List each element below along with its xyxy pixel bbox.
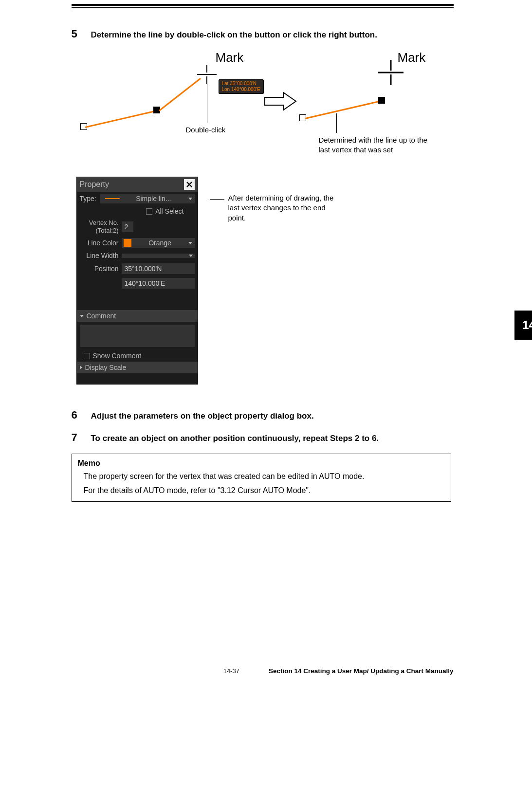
annotation-leader-line — [210, 199, 224, 200]
coord-lat: Lat 35°00.000'N — [222, 81, 260, 87]
step-number: 7 — [72, 431, 82, 444]
display-scale-label: Display Scale — [85, 364, 127, 371]
line-style-swatch — [105, 198, 120, 199]
line-color-row: Line Color Orange — [77, 236, 198, 250]
position-row-lon: 140°10.000'E — [77, 276, 198, 291]
memo-line-2: For the details of AUTO mode, refer to "… — [84, 485, 445, 496]
line-width-label: Line Width — [80, 252, 122, 259]
type-row: Type: Simple lin… — [77, 192, 198, 205]
line-width-select[interactable] — [122, 254, 195, 258]
line-seg-left-2 — [159, 78, 201, 111]
vertex-number-input[interactable]: 2 — [122, 221, 133, 232]
leader-line-double-click — [207, 84, 207, 123]
step-text: Adjust the parameters on the object prop… — [91, 411, 314, 421]
close-button[interactable] — [184, 179, 195, 190]
coord-lon: Lon 140°00.000'E — [222, 87, 260, 92]
determined-caption: Determined with the line up to the last … — [319, 135, 440, 154]
property-title: Property — [80, 180, 109, 189]
comment-section-header[interactable]: Comment — [77, 310, 198, 322]
line-color-select[interactable]: Orange — [122, 238, 195, 248]
step-number: 6 — [72, 409, 82, 421]
all-select-row: All Select — [77, 205, 198, 217]
step-5: 5 Determine the line by double-click on … — [72, 28, 466, 40]
vertex-label-line2: (Total:2) — [80, 227, 119, 235]
chevron-down-icon — [189, 255, 193, 257]
line-color-label: Line Color — [80, 239, 122, 247]
section-title: Section 14 Creating a User Map/ Updating… — [269, 667, 454, 675]
coordinate-tooltip: Lat 35°00.000'N Lon 140°00.000'E — [219, 79, 264, 94]
line-seg-right — [305, 100, 381, 119]
step-6: 6 Adjust the parameters on the object pr… — [72, 409, 466, 421]
vertex-row: Vertex No. (Total:2) 2 — [77, 217, 198, 236]
show-comment-row: Show Comment — [77, 350, 198, 362]
memo-line-1: The property screen for the vertex that … — [84, 471, 445, 482]
end-vertex-right — [378, 97, 385, 104]
type-value: Simple lin… — [136, 195, 172, 202]
page-number: 14-37 — [223, 667, 239, 675]
all-select-checkbox[interactable] — [146, 208, 152, 215]
memo-box: Memo The property screen for the vertex … — [72, 454, 451, 501]
page-footer: 14-37 Section 14 Creating a User Map/ Up… — [72, 667, 454, 694]
mark-label-left: Mark — [216, 50, 244, 65]
step-7: 7 To create an object on another positio… — [72, 431, 466, 444]
property-dialog: Property Type: Simple lin… All Select — [76, 177, 198, 385]
chapter-tab: 14 — [514, 311, 532, 340]
leader-line-right — [336, 113, 337, 133]
double-click-caption: Double-click — [186, 126, 226, 134]
type-select[interactable]: Simple lin… — [100, 194, 195, 203]
cursor-crosshair-left — [197, 65, 217, 84]
show-comment-checkbox[interactable] — [84, 353, 90, 359]
comment-header-label: Comment — [87, 312, 116, 320]
vertex-label-line1: Vertex No. — [80, 219, 119, 227]
show-comment-label: Show Comment — [93, 352, 142, 360]
step-text: To create an object on another position … — [91, 434, 379, 443]
memo-title: Memo — [78, 459, 445, 468]
annotation-text: After determining of drawing, the last v… — [228, 193, 345, 223]
line-color-value: Orange — [148, 239, 171, 247]
chevron-down-icon — [80, 315, 84, 317]
position-lat-input[interactable]: 35°10.000'N — [122, 263, 195, 274]
position-label: Position — [80, 265, 122, 273]
color-swatch — [124, 239, 131, 247]
display-scale-section-header[interactable]: Display Scale — [77, 362, 198, 373]
illustration: Mark Mark Lat 35°00.000'N Lon 140°00.000… — [76, 50, 456, 162]
all-select-label: All Select — [155, 207, 183, 215]
position-row-lat: Position 35°10.000'N — [77, 261, 198, 276]
line-width-row: Line Width — [77, 250, 198, 261]
vertex-label: Vertex No. (Total:2) — [80, 219, 122, 234]
close-icon — [186, 181, 193, 188]
chevron-right-icon — [80, 366, 82, 369]
mark-crosshair-right — [378, 60, 404, 85]
type-label: Type: — [80, 195, 100, 202]
comment-textarea[interactable] — [80, 325, 195, 347]
property-titlebar: Property — [77, 177, 198, 192]
chevron-down-icon — [188, 242, 192, 244]
line-seg-left-1 — [85, 110, 156, 128]
step-number: 5 — [72, 28, 82, 40]
top-rule — [72, 4, 454, 8]
chevron-down-icon — [188, 198, 192, 200]
transition-arrow-icon — [264, 92, 298, 111]
position-lon-input[interactable]: 140°10.000'E — [122, 278, 195, 289]
step-text: Determine the line by double-click on th… — [91, 30, 377, 40]
